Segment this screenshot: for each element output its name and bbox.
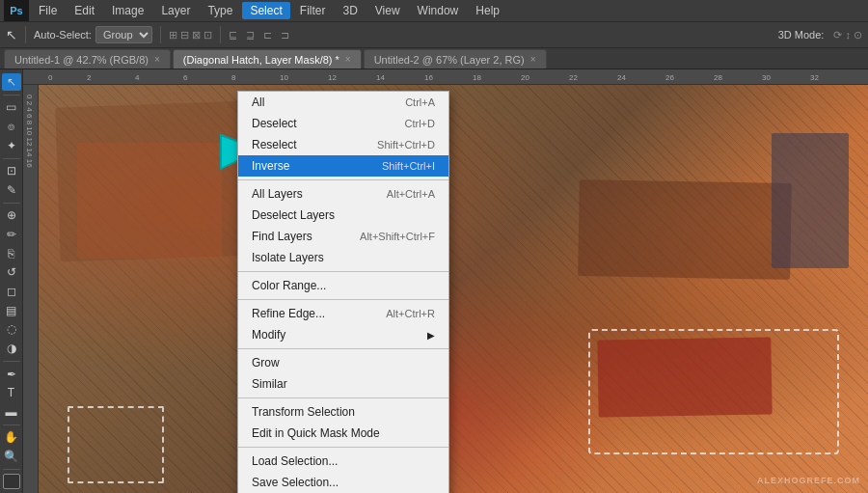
menu-item-similar[interactable]: Similar bbox=[238, 373, 448, 395]
tool-fg-color[interactable] bbox=[3, 474, 20, 489]
tool-move[interactable]: ↖ bbox=[2, 73, 21, 91]
tool-zoom[interactable]: 🔍 bbox=[2, 448, 21, 465]
menu-layer[interactable]: Layer bbox=[153, 2, 198, 19]
3d-mode-icons: ⟳ ↕ ⊙ bbox=[833, 29, 862, 41]
tool-sep-1 bbox=[3, 95, 20, 96]
options-toolbar: ↖ Auto-Select: Group Layer ⊞ ⊟ ⊠ ⊡ ⊑ ⊒ ⊏… bbox=[0, 21, 868, 48]
menu-item-transform-selection-label: Transform Selection bbox=[252, 405, 435, 419]
align-icons: ⊑ ⊒ ⊏ ⊐ bbox=[229, 29, 292, 41]
tool-eyedropper[interactable]: ✎ bbox=[2, 181, 21, 199]
tool-hand[interactable]: ✋ bbox=[2, 429, 21, 447]
menu-item-deselect-label: Deselect bbox=[252, 117, 405, 130]
menu-item-deselect[interactable]: Deselect Ctrl+D bbox=[238, 113, 448, 134]
menu-item-quick-mask-label: Edit in Quick Mask Mode bbox=[252, 426, 435, 440]
tool-type[interactable]: T bbox=[2, 384, 21, 401]
toolbar-arrow-icon: ↖ bbox=[6, 27, 17, 42]
tool-pen[interactable]: ✒ bbox=[2, 366, 21, 383]
menu-item-load-selection-label: Load Selection... bbox=[252, 454, 435, 468]
tool-dodge[interactable]: ◑ bbox=[2, 340, 21, 357]
ruler-h-16: 16 bbox=[424, 73, 433, 82]
main-area: ↖ ▭ ⌾ ✦ ⊡ ✎ ⊕ ✏ ⎘ ↺ ◻ ▤ ◌ ◑ ✒ T ▬ ✋ 🔍 0 … bbox=[0, 69, 868, 493]
menu-item-all-layers[interactable]: All Layers Alt+Ctrl+A bbox=[238, 183, 448, 205]
3d-mode-label: 3D Mode: bbox=[778, 29, 825, 41]
ruler-h-32: 32 bbox=[810, 73, 819, 82]
tool-eraser[interactable]: ◻ bbox=[2, 283, 21, 300]
menu-window[interactable]: Window bbox=[410, 2, 467, 19]
menu-help[interactable]: Help bbox=[468, 2, 507, 19]
menu-item-deselect-layers[interactable]: Deselect Layers bbox=[238, 205, 448, 226]
ruler-horizontal: 0 2 4 6 8 10 12 14 16 18 20 22 24 26 28 … bbox=[23, 69, 868, 85]
menu-image[interactable]: Image bbox=[104, 2, 151, 19]
tool-shape[interactable]: ▬ bbox=[2, 403, 21, 421]
ruler-h-2: 2 bbox=[87, 73, 91, 82]
menu-type[interactable]: Type bbox=[200, 2, 240, 19]
menu-item-refine-edge[interactable]: Refine Edge... Alt+Ctrl+R bbox=[238, 303, 448, 324]
menu-item-save-selection[interactable]: Save Selection... bbox=[238, 472, 448, 493]
tab-diagonal-hatch[interactable]: (Diagonal Hatch, Layer Mask/8) * × bbox=[173, 49, 362, 68]
ruler-h-4: 4 bbox=[135, 73, 139, 82]
tab-diagonal-hatch-close[interactable]: × bbox=[345, 54, 351, 65]
menu-3d[interactable]: 3D bbox=[335, 2, 365, 19]
tool-clone[interactable]: ⎘ bbox=[2, 245, 21, 262]
tool-sep-3 bbox=[3, 203, 20, 204]
menu-item-all-layers-label: All Layers bbox=[252, 187, 387, 201]
tab-untitled-2[interactable]: Untitled-2 @ 67% (Layer 2, RG) × bbox=[364, 49, 547, 68]
menu-item-all-shortcut: Ctrl+A bbox=[405, 96, 435, 108]
menu-sep-3 bbox=[238, 299, 448, 300]
ruler-h-14: 14 bbox=[376, 73, 385, 82]
left-toolbar: ↖ ▭ ⌾ ✦ ⊡ ✎ ⊕ ✏ ⎘ ↺ ◻ ▤ ◌ ◑ ✒ T ▬ ✋ 🔍 bbox=[0, 69, 23, 493]
menu-item-save-selection-label: Save Selection... bbox=[252, 476, 435, 489]
tab-untitled-1-close[interactable]: × bbox=[154, 54, 160, 65]
ruler-h-20: 20 bbox=[521, 73, 529, 82]
menu-item-reselect[interactable]: Reselect Shift+Ctrl+D bbox=[238, 134, 448, 155]
menu-file[interactable]: File bbox=[31, 2, 65, 19]
tool-sep-5 bbox=[3, 425, 20, 425]
menu-edit[interactable]: Edit bbox=[67, 2, 102, 19]
menu-filter[interactable]: Filter bbox=[292, 2, 334, 19]
menu-item-modify[interactable]: Modify ▶ bbox=[238, 324, 448, 345]
menu-item-quick-mask[interactable]: Edit in Quick Mask Mode bbox=[238, 423, 448, 444]
menu-item-find-layers-label: Find Layers bbox=[252, 230, 360, 243]
tool-brush[interactable]: ✏ bbox=[2, 226, 21, 243]
menu-item-color-range[interactable]: Color Range... bbox=[238, 275, 448, 296]
toolbar-sep-1 bbox=[25, 26, 26, 43]
canvas-background[interactable]: ALEXHOGREFE.COM bbox=[39, 85, 868, 493]
ruler-h-12: 12 bbox=[328, 73, 337, 82]
tab-untitled-1-label: Untitled-1 @ 42.7% (RGB/8) bbox=[14, 54, 149, 66]
menu-item-load-selection[interactable]: Load Selection... bbox=[238, 451, 448, 472]
menu-item-all-label: All bbox=[252, 96, 405, 109]
tool-blur[interactable]: ◌ bbox=[2, 321, 21, 339]
menu-item-grow-label: Grow bbox=[252, 356, 435, 370]
tool-lasso[interactable]: ⌾ bbox=[2, 118, 21, 135]
tool-magic-wand[interactable]: ✦ bbox=[2, 137, 21, 154]
ruler-v-numbers: 0 2 4 6 8 10 12 14 16 bbox=[25, 95, 34, 168]
auto-select-dropdown[interactable]: Group Layer bbox=[95, 26, 152, 43]
menu-item-grow[interactable]: Grow bbox=[238, 352, 448, 373]
menu-item-all[interactable]: All Ctrl+A bbox=[238, 92, 448, 113]
menu-item-inverse-label: Inverse bbox=[252, 159, 382, 173]
menu-view[interactable]: View bbox=[367, 2, 408, 19]
tool-crop[interactable]: ⊡ bbox=[2, 162, 21, 179]
tool-sep-2 bbox=[3, 158, 20, 159]
menu-item-inverse[interactable]: Inverse Shift+Ctrl+I bbox=[238, 155, 448, 177]
menu-item-find-layers[interactable]: Find Layers Alt+Shift+Ctrl+F bbox=[238, 226, 448, 247]
ruler-vertical: 0 2 4 6 8 10 12 14 16 bbox=[23, 85, 39, 493]
menu-item-transform-selection[interactable]: Transform Selection bbox=[238, 401, 448, 423]
ruler-h-8: 8 bbox=[231, 73, 235, 82]
tab-untitled-2-close[interactable]: × bbox=[530, 54, 536, 65]
ruler-h-18: 18 bbox=[473, 73, 481, 82]
transform-controls-icon: ⊞ ⊟ ⊠ ⊡ bbox=[169, 29, 212, 41]
tool-heal[interactable]: ⊕ bbox=[2, 207, 21, 225]
select-dropdown-menu: All Ctrl+A Deselect Ctrl+D Reselect Shif… bbox=[237, 91, 449, 493]
ruler-h-30: 30 bbox=[762, 73, 771, 82]
tool-gradient[interactable]: ▤ bbox=[2, 302, 21, 319]
ruler-h-28: 28 bbox=[714, 73, 722, 82]
tool-history[interactable]: ↺ bbox=[2, 264, 21, 282]
menu-item-isolate-layers[interactable]: Isolate Layers bbox=[238, 247, 448, 268]
menubar: Ps File Edit Image Layer Type Select Fil… bbox=[0, 0, 868, 21]
tool-marquee[interactable]: ▭ bbox=[2, 99, 21, 117]
menu-item-isolate-layers-label: Isolate Layers bbox=[252, 251, 435, 264]
menu-select[interactable]: Select bbox=[242, 2, 289, 19]
tab-untitled-1[interactable]: Untitled-1 @ 42.7% (RGB/8) × bbox=[4, 49, 171, 68]
ruler-h-0: 0 bbox=[48, 73, 52, 82]
